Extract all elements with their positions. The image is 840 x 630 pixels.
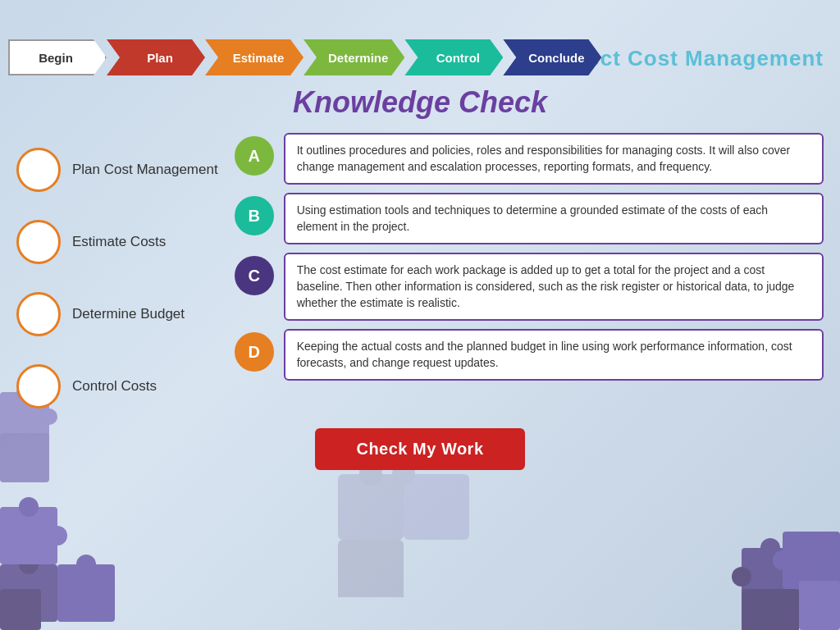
left-label-control-costs: Control Costs — [72, 378, 157, 395]
left-item-control-costs: Control Costs — [16, 358, 218, 415]
nav-item-control[interactable]: Control — [404, 39, 503, 75]
left-label-plan-cost: Plan Cost Management — [72, 162, 218, 178]
nav-item-begin[interactable]: Begin — [8, 39, 107, 75]
navigation-bar: BeginPlanEstimateDetermineControlConclud… — [0, 39, 840, 75]
letter-circle-a[interactable]: A — [235, 136, 274, 176]
nav-item-determine[interactable]: Determine — [304, 39, 404, 75]
left-item-plan-cost: Plan Cost Management — [16, 141, 218, 199]
button-area: Check My Work — [0, 428, 840, 470]
right-column: AIt outlines procedures and policies, ro… — [235, 133, 824, 415]
circle-slot-estimate-costs[interactable] — [16, 220, 61, 264]
letter-circle-c[interactable]: C — [235, 256, 274, 295]
left-label-determine-budget: Determine Budget — [72, 306, 185, 322]
body-layout: Plan Cost ManagementEstimate CostsDeterm… — [0, 133, 840, 415]
description-box-d: Keeping the actual costs and the planned… — [284, 329, 824, 381]
circle-slot-control-costs[interactable] — [16, 364, 61, 409]
description-box-a: It outlines procedures and policies, rol… — [284, 133, 824, 185]
letter-circle-d[interactable]: D — [235, 332, 274, 372]
right-item-a: AIt outlines procedures and policies, ro… — [235, 133, 824, 185]
circle-slot-determine-budget[interactable] — [16, 292, 61, 336]
left-item-determine-budget: Determine Budget — [16, 285, 218, 343]
section-heading: Knowledge Check — [16, 85, 824, 120]
left-item-estimate-costs: Estimate Costs — [16, 213, 218, 271]
description-box-c: The cost estimate for each work package … — [284, 253, 824, 321]
nav-item-plan[interactable]: Plan — [107, 39, 205, 75]
right-item-c: CThe cost estimate for each work package… — [235, 253, 824, 321]
check-my-work-button[interactable]: Check My Work — [315, 428, 524, 470]
left-column: Plan Cost ManagementEstimate CostsDeterm… — [16, 133, 218, 415]
nav-item-estimate[interactable]: Estimate — [205, 39, 304, 75]
letter-circle-b[interactable]: B — [235, 196, 274, 235]
description-box-b: Using estimation tools and techniques to… — [284, 193, 824, 244]
nav-item-conclude[interactable]: Conclude — [503, 39, 601, 75]
right-item-d: DKeeping the actual costs and the planne… — [235, 329, 824, 381]
left-label-estimate-costs: Estimate Costs — [72, 234, 166, 250]
circle-slot-plan-cost[interactable] — [16, 148, 61, 192]
right-item-b: BUsing estimation tools and techniques t… — [235, 193, 824, 244]
